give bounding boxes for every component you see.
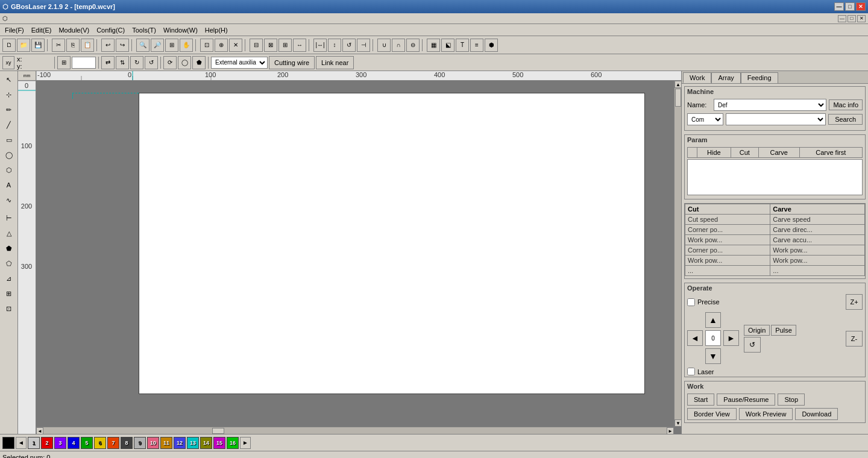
color-swatch-black[interactable] xyxy=(2,437,14,449)
menu-help[interactable]: Help(H) xyxy=(201,25,231,35)
input-value[interactable] xyxy=(72,57,96,69)
nav-right-button[interactable]: ► xyxy=(723,330,739,346)
cycle-btn[interactable]: ⟳ xyxy=(163,56,177,69)
external-combo[interactable]: External auxilia xyxy=(211,57,268,69)
delete-button[interactable]: ✕ xyxy=(229,39,242,52)
v-scroll-thumb[interactable] xyxy=(675,89,681,107)
color-swatch-1[interactable]: 1 xyxy=(28,437,40,449)
snap-button[interactable]: ⊕ xyxy=(215,39,228,52)
new-button[interactable]: 🗋 xyxy=(2,39,16,52)
smooth-btn[interactable]: ◯ xyxy=(178,56,191,69)
h-scrollbar[interactable]: ◄ ► xyxy=(36,427,674,434)
ungroup-button[interactable]: ↕ xyxy=(328,39,341,52)
pause-resume-button[interactable]: Pause/Resume xyxy=(717,394,775,406)
paste-button[interactable]: 📋 xyxy=(81,39,94,52)
barcode-button[interactable]: ≡ xyxy=(470,39,483,52)
text-button[interactable]: T xyxy=(456,39,469,52)
transform-tool[interactable]: ⊿ xyxy=(2,271,16,286)
carve-item-5[interactable]: ... xyxy=(770,266,865,276)
ellipse-tool[interactable]: ◯ xyxy=(2,148,16,162)
setting-tool[interactable]: ⊡ xyxy=(2,301,16,316)
v-scrollbar[interactable]: ▲ ▼ xyxy=(674,81,681,427)
cut-item-5[interactable]: ... xyxy=(685,266,770,276)
color-swatch-13[interactable]: 13 xyxy=(187,437,199,449)
laser-checkbox[interactable] xyxy=(687,368,695,375)
menu-config[interactable]: Config(C) xyxy=(93,25,128,35)
color-swatch-15[interactable]: 15 xyxy=(213,437,225,449)
color-swatch-10[interactable]: 10 xyxy=(147,437,159,449)
array-button[interactable]: ▦ xyxy=(427,39,440,52)
cut-item-3[interactable]: Corner po... xyxy=(685,245,770,256)
save-button[interactable]: 💾 xyxy=(31,39,45,52)
zoom-in-button[interactable]: 🔍 xyxy=(136,39,149,52)
download-button[interactable]: Download xyxy=(795,408,838,420)
carve-item-3[interactable]: Work pow... xyxy=(770,245,865,256)
pulse-button[interactable]: Pulse xyxy=(771,325,796,336)
link-near-button[interactable]: Link near xyxy=(316,56,354,69)
carve-item-4[interactable]: Work pow... xyxy=(770,256,865,266)
v-scroll-up-btn[interactable]: ▲ xyxy=(675,81,681,88)
subtract-button[interactable]: ⊖ xyxy=(406,39,420,52)
color-swatch-4[interactable]: 4 xyxy=(68,437,80,449)
color-swatch-14[interactable]: 14 xyxy=(200,437,212,449)
carve-item-1[interactable]: Carve direc... xyxy=(770,225,865,235)
flip-v-btn[interactable]: ⇅ xyxy=(116,56,129,69)
color-swatch-16[interactable]: 16 xyxy=(227,437,239,449)
measure-tool[interactable]: ⊢ xyxy=(2,211,16,225)
transform-button[interactable]: ⊞ xyxy=(278,39,292,52)
nav-left-button[interactable]: ◄ xyxy=(687,330,703,346)
line-tool[interactable]: ╱ xyxy=(2,118,16,132)
mdi-minimize-button[interactable]: — xyxy=(838,15,846,22)
intersect-button[interactable]: ∩ xyxy=(392,39,405,52)
node-tool[interactable]: ⊹ xyxy=(2,87,16,102)
rectangle-tool[interactable]: ▭ xyxy=(2,133,16,147)
rotate-ccw-btn[interactable]: ↺ xyxy=(145,56,158,69)
border-view-button[interactable]: Border View xyxy=(687,408,737,420)
color-next-button[interactable]: ► xyxy=(240,437,251,449)
rotate-nav-button[interactable]: ↺ xyxy=(744,337,761,353)
zoom-fit-button[interactable]: ⊞ xyxy=(165,39,178,52)
v-scroll-down-btn[interactable]: ▼ xyxy=(675,419,681,427)
cut-item-1[interactable]: Corner po... xyxy=(685,225,770,235)
h-scroll-right-btn[interactable]: ► xyxy=(667,427,674,434)
mdi-restore-button[interactable]: □ xyxy=(848,15,856,22)
tab-work[interactable]: Work xyxy=(683,72,711,83)
sharp-btn[interactable]: ⬟ xyxy=(192,56,206,69)
search-button[interactable]: Search xyxy=(828,114,863,125)
cut-button[interactable]: ✂ xyxy=(52,39,65,52)
tool-extra1[interactable]: ⊞ xyxy=(57,56,71,69)
z-plus-button[interactable]: Z+ xyxy=(846,294,863,310)
open-button[interactable]: 📁 xyxy=(17,39,30,52)
color-swatch-12[interactable]: 12 xyxy=(174,437,186,449)
zoom-out-button[interactable]: 🔎 xyxy=(151,39,164,52)
polygon-tool[interactable]: ⬡ xyxy=(2,163,16,177)
redo-button[interactable]: ↪ xyxy=(116,39,129,52)
color-swatch-2[interactable]: 2 xyxy=(41,437,53,449)
distribute-button[interactable]: ⊠ xyxy=(264,39,277,52)
color-swatch-6[interactable]: 6 xyxy=(94,437,106,449)
outer-close-button[interactable]: ✕ xyxy=(856,2,866,11)
z-minus-button[interactable]: Z- xyxy=(846,331,863,347)
tab-feeding[interactable]: Feeding xyxy=(741,72,778,83)
cut-item-0[interactable]: Cut speed xyxy=(685,215,770,225)
stop-button[interactable]: Stop xyxy=(778,394,805,406)
carve-item-2[interactable]: Carve accu... xyxy=(770,235,865,245)
color-swatch-11[interactable]: 11 xyxy=(160,437,172,449)
tab-array[interactable]: Array xyxy=(711,72,740,83)
menu-file[interactable]: File(F) xyxy=(1,25,28,35)
copy-button[interactable]: ⎘ xyxy=(66,39,80,52)
pencil-tool[interactable]: ✏ xyxy=(2,102,16,117)
menu-tools[interactable]: Tools(T) xyxy=(128,25,160,35)
work-canvas[interactable] xyxy=(139,93,645,394)
menu-edit[interactable]: Edit(E) xyxy=(28,25,55,35)
flip-button[interactable]: ⊣ xyxy=(357,39,370,52)
union-button[interactable]: ∪ xyxy=(377,39,391,52)
machine-name-combo[interactable]: Def xyxy=(714,99,826,111)
start-button[interactable]: Start xyxy=(687,394,714,406)
zoom-tool[interactable]: △ xyxy=(2,226,16,240)
rotate-cw-btn[interactable]: ↻ xyxy=(130,56,143,69)
mirror-button[interactable]: ↔ xyxy=(293,39,306,52)
nav-center-input[interactable] xyxy=(705,330,721,346)
offset-button[interactable]: ⬕ xyxy=(441,39,454,52)
flip-h-btn[interactable]: ⇄ xyxy=(101,56,115,69)
